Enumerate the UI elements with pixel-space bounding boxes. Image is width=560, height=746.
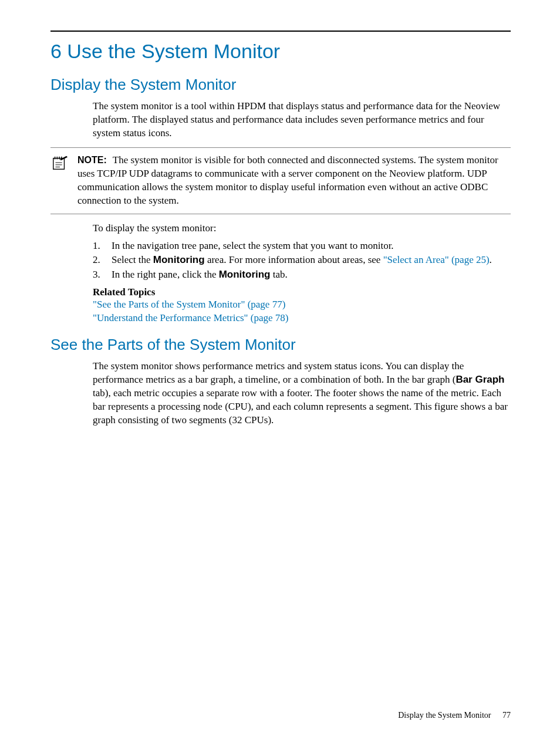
page-footer: Display the System Monitor 77: [398, 711, 511, 720]
chapter-title: 6 Use the System Monitor: [50, 40, 511, 63]
steps-list: In the navigation tree pane, select the …: [93, 239, 511, 282]
step-2: Select the Monitoring area. For more inf…: [93, 253, 511, 268]
step-3: In the right pane, click the Monitoring …: [93, 268, 511, 282]
related-topics-heading: Related Topics: [93, 286, 511, 298]
section-parts-title: See the Parts of the System Monitor: [50, 336, 511, 354]
note-icon: [51, 155, 69, 174]
footer-page-number: 77: [502, 711, 511, 720]
related-link-parts[interactable]: "See the Parts of the System Monitor" (p…: [93, 298, 511, 312]
section-display-monitor-title: Display the System Monitor: [50, 76, 511, 94]
note-text: NOTE:The system monitor is visible for b…: [77, 154, 511, 208]
note-label: NOTE:: [77, 155, 107, 165]
related-link-metrics[interactable]: "Understand the Performance Metrics" (pa…: [93, 312, 511, 325]
note-box: NOTE:The system monitor is visible for b…: [50, 147, 511, 214]
top-horizontal-rule: [50, 31, 511, 32]
step-1: In the navigation tree pane, select the …: [93, 239, 511, 254]
steps-intro: To display the system monitor:: [93, 222, 511, 234]
svg-rect-0: [53, 158, 65, 169]
section1-intro-paragraph: The system monitor is a tool within HPDM…: [93, 100, 511, 140]
link-select-an-area[interactable]: "Select an Area" (page 25): [383, 254, 490, 265]
footer-section-name: Display the System Monitor: [398, 711, 491, 720]
section2-paragraph: The system monitor shows performance met…: [93, 360, 511, 427]
